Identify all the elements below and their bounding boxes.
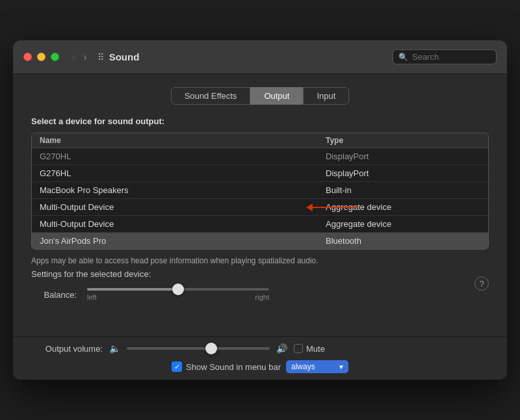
section-title: Select a device for sound output: [31, 116, 489, 126]
device-type: Aggregate device [326, 219, 469, 229]
search-bar[interactable]: 🔍 [393, 49, 497, 64]
show-sound-checkbox-wrap[interactable]: ✓ Show Sound in menu bar [172, 361, 281, 372]
volume-thumb[interactable] [205, 343, 217, 354]
titlebar: ‹ › ⠿ Sound 🔍 [13, 40, 507, 74]
table-row[interactable]: Multi-Output Device Aggregate device [32, 199, 488, 216]
help-area: ? [13, 317, 507, 336]
grid-icon[interactable]: ⠿ [98, 52, 104, 62]
bottom-bar: Output volume: 🔈 🔊 Mute ✓ Show Sound in … [13, 336, 507, 380]
balance-track [87, 288, 269, 291]
row-extra [469, 236, 480, 246]
back-button[interactable]: ‹ [70, 50, 78, 64]
info-text: Apps may be able to access head pose inf… [31, 256, 489, 265]
device-name: G276HL [40, 168, 326, 178]
device-name: Jon's AirPods Pro [40, 236, 326, 246]
device-type: DisplayPort [326, 151, 469, 161]
output-volume-row: Output volume: 🔈 🔊 Mute [31, 343, 489, 354]
device-name: G270HL [40, 151, 326, 161]
device-type: Bluetooth [326, 236, 469, 246]
tabs: Sound Effects Output Input [31, 87, 489, 105]
balance-thumb[interactable] [172, 283, 184, 295]
close-button[interactable] [23, 53, 32, 61]
table-header: Name Type [32, 133, 488, 148]
tab-input[interactable]: Input [303, 87, 349, 105]
device-table: Name Type G270HL DisplayPort G276HL Disp… [31, 133, 489, 250]
volume-slider[interactable] [127, 347, 270, 350]
always-select[interactable]: always never when active [286, 360, 348, 373]
balance-slider-container: left right [87, 288, 269, 301]
col-header-scroll [469, 136, 480, 145]
minimize-button[interactable] [37, 53, 46, 61]
balance-label: Balance: [31, 290, 77, 300]
device-type: DisplayPort [326, 168, 469, 178]
device-name: Multi-Output Device [40, 202, 326, 212]
annotation-arrow [306, 203, 358, 211]
mute-checkbox-box[interactable] [294, 344, 303, 353]
settings-label: Settings for the selected device: [31, 269, 489, 279]
device-name: Multi-Output Device [40, 219, 326, 229]
row-extra [469, 168, 480, 178]
mute-label: Mute [306, 344, 325, 354]
balance-row: Balance: left right [31, 288, 489, 301]
row-extra [469, 202, 480, 212]
forward-button[interactable]: › [81, 50, 89, 64]
balance-left-label: left [87, 293, 97, 301]
row-extra [469, 219, 480, 229]
search-input[interactable] [412, 52, 491, 62]
row-extra [469, 151, 480, 161]
table-row[interactable]: G276HL DisplayPort [32, 165, 488, 182]
mute-checkbox[interactable]: Mute [294, 344, 325, 354]
row-extra [469, 185, 480, 195]
system-preferences-window: ‹ › ⠿ Sound 🔍 Sound Effects Output Input… [13, 40, 507, 380]
main-content: Sound Effects Output Input Select a devi… [13, 74, 507, 317]
col-header-name: Name [40, 136, 326, 145]
table-row[interactable]: G270HL DisplayPort [32, 148, 488, 165]
tab-output[interactable]: Output [250, 87, 303, 105]
window-title: Sound [109, 51, 140, 62]
maximize-button[interactable] [51, 53, 59, 61]
col-header-type: Type [326, 136, 469, 145]
table-row[interactable]: MacBook Pro Speakers Built-in [32, 182, 488, 199]
output-volume-label: Output volume: [31, 344, 103, 354]
table-row[interactable]: Jon's AirPods Pro Bluetooth [32, 233, 488, 249]
device-type: Built-in [326, 185, 469, 195]
device-name: MacBook Pro Speakers [40, 185, 326, 195]
show-sound-checkbox[interactable]: ✓ [172, 361, 182, 372]
show-menu-row: ✓ Show Sound in menu bar always never wh… [31, 360, 489, 373]
show-sound-label: Show Sound in menu bar [186, 362, 281, 372]
table-row[interactable]: Multi-Output Device Aggregate device [32, 216, 488, 233]
volume-low-icon: 🔈 [109, 343, 120, 354]
search-icon: 🔍 [398, 53, 408, 62]
help-button[interactable]: ? [474, 276, 489, 291]
nav-arrows: ‹ › [70, 50, 90, 64]
traffic-lights [23, 53, 59, 61]
balance-right-label: right [255, 293, 269, 301]
tab-sound-effects[interactable]: Sound Effects [171, 87, 251, 105]
always-select-wrapper[interactable]: always never when active ▼ [286, 360, 348, 373]
volume-high-icon: 🔊 [276, 343, 287, 354]
